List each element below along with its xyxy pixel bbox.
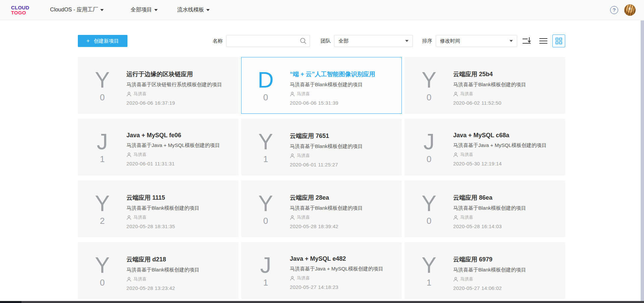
app-header: CLOUD TOGO CloudOS - 应用工厂 全部项目 流水线模板 ?	[0, 0, 644, 20]
nav-app-factory-label: CloudOS - 应用工厂	[50, 6, 98, 13]
project-card-body: 云端应用 86ea 马洪喜基于Blank模板创建的项目 马洪喜 2020-05-…	[453, 181, 526, 237]
project-initial-block: D 0	[241, 57, 290, 113]
project-card-body: Java + MySQL fe06 马洪喜基于Java + MySQL模板创建的…	[126, 119, 220, 175]
project-description: 马洪喜基于Java + MySQL模板创建的项目	[126, 142, 220, 149]
project-owner-name: 马洪喜	[460, 91, 473, 97]
project-title[interactable]: “端 + 云”人工智能图像识别应用	[290, 70, 375, 78]
project-initial-letter: D	[258, 69, 274, 91]
project-title[interactable]: 云端应用 1115	[126, 194, 200, 202]
sort-label: 排序	[422, 38, 432, 44]
project-grid: Y 0 运行于边缘的区块链应用 马洪喜基于区块链银行系统模板创建的项目 马洪喜 …	[78, 57, 565, 299]
list-view-icon[interactable]	[539, 38, 547, 44]
project-card[interactable]: J 1 Java + MySQL e482 马洪喜基于Java + MySQL模…	[241, 242, 402, 299]
project-card[interactable]: Y 1 云端应用 6979 马洪喜基于Blank模板创建的项目 马洪喜 2020…	[405, 242, 565, 299]
project-owner-row: 马洪喜	[290, 275, 383, 281]
plus-icon: +	[87, 38, 90, 44]
create-project-button[interactable]: + 创建新项目	[78, 35, 127, 47]
logo-line1: CLOUD	[11, 5, 29, 10]
chevron-down-icon	[100, 9, 104, 11]
person-icon	[126, 277, 131, 282]
team-filter-group: 团队 全部	[321, 35, 413, 47]
project-initial-letter: J	[97, 131, 108, 153]
name-filter-group: 名称	[213, 35, 310, 47]
team-select[interactable]: 全部	[334, 35, 413, 47]
project-initial-letter: Y	[422, 192, 436, 214]
project-owner-name: 马洪喜	[460, 152, 473, 158]
project-title[interactable]: 云端应用 7651	[290, 132, 363, 140]
cloudtogo-logo: CLOUD TOGO	[11, 5, 29, 15]
project-card[interactable]: Y 0 云端应用 d218 马洪喜基于Blank模板创建的项目 马洪喜 2020…	[78, 242, 238, 299]
search-icon[interactable]	[300, 37, 307, 46]
project-card[interactable]: Y 2 云端应用 1115 马洪喜基于Blank模板创建的项目 马洪喜 2020…	[78, 181, 238, 237]
person-icon	[453, 92, 458, 97]
chevron-down-icon	[206, 9, 210, 11]
project-title[interactable]: Java + MySQL e482	[290, 255, 383, 262]
project-owner-row: 马洪喜	[453, 91, 526, 97]
chevron-down-icon	[154, 9, 158, 11]
help-icon[interactable]: ?	[610, 6, 618, 14]
project-card[interactable]: Y 1 云端应用 7651 马洪喜基于Blank模板创建的项目 马洪喜 2020…	[241, 119, 402, 175]
project-modified-date: 2020-06-06 15:31:39	[290, 100, 375, 106]
project-card[interactable]: Y 0 云端应用 25b4 马洪喜基于Blank模板创建的项目 马洪喜 2020…	[405, 57, 565, 114]
project-title[interactable]: Java + MySQL c68a	[453, 132, 547, 139]
project-description: 马洪喜基于Blank模板创建的项目	[290, 143, 363, 150]
project-modified-date: 2020-05-27 14:06:02	[453, 285, 526, 291]
project-card[interactable]: J 0 Java + MySQL c68a 马洪喜基于Java + MySQL模…	[405, 119, 565, 175]
project-card[interactable]: J 1 Java + MySQL fe06 马洪喜基于Java + MySQL模…	[78, 119, 238, 175]
nav-all-projects[interactable]: 全部项目	[130, 6, 158, 13]
project-owner-name: 马洪喜	[297, 91, 310, 97]
project-title[interactable]: 云端应用 28ea	[290, 194, 363, 202]
project-description: 马洪喜基于Blank模板创建的项目	[453, 82, 526, 88]
project-initial-block: J 1	[241, 243, 290, 299]
project-count: 1	[263, 154, 268, 164]
nav-pipeline-templates-label: 流水线模板	[177, 6, 204, 13]
project-owner-row: 马洪喜	[126, 276, 200, 282]
project-title[interactable]: 运行于边缘的区块链应用	[126, 70, 222, 78]
project-card-body: Java + MySQL e482 马洪喜基于Java + MySQL模板创建的…	[290, 243, 383, 299]
project-title[interactable]: 云端应用 86ea	[453, 194, 526, 202]
project-card[interactable]: D 0 “端 + 云”人工智能图像识别应用 马洪喜基于Blank模板创建的项目 …	[241, 57, 402, 114]
project-owner-name: 马洪喜	[133, 91, 147, 97]
project-description: 马洪喜基于Blank模板创建的项目	[453, 267, 526, 273]
nav-app-factory[interactable]: CloudOS - 应用工厂	[50, 6, 104, 13]
user-avatar[interactable]	[624, 4, 636, 16]
project-initial-block: J 1	[78, 119, 126, 175]
grid-view-icon[interactable]	[552, 35, 565, 47]
project-card[interactable]: Y 0 云端应用 28ea 马洪喜基于Blank模板创建的项目 马洪喜 2020…	[241, 181, 402, 237]
project-owner-row: 马洪喜	[126, 214, 200, 220]
project-title[interactable]: 云端应用 25b4	[453, 70, 526, 78]
vertical-scrollbar[interactable]	[641, 20, 644, 301]
project-title[interactable]: 云端应用 6979	[453, 255, 526, 263]
bottom-window-edge	[0, 301, 644, 303]
project-modified-date: 2020-05-28 18:31:35	[126, 223, 200, 229]
sort-select[interactable]: 修改时间	[436, 35, 517, 47]
project-count: 0	[427, 154, 431, 164]
project-title[interactable]: 云端应用 d218	[126, 255, 200, 263]
project-count: 1	[427, 277, 431, 288]
project-description: 马洪喜基于Java + MySQL模板创建的项目	[453, 142, 547, 149]
project-card-body: 运行于边缘的区块链应用 马洪喜基于区块链银行系统模板创建的项目 马洪喜 2020…	[126, 57, 222, 113]
project-owner-name: 马洪喜	[297, 153, 310, 159]
project-title[interactable]: Java + MySQL fe06	[126, 132, 220, 139]
project-initial-letter: Y	[422, 254, 436, 276]
project-owner-row: 马洪喜	[290, 91, 375, 97]
project-description: 马洪喜基于Blank模板创建的项目	[290, 205, 363, 211]
search-input[interactable]	[226, 35, 310, 47]
project-owner-name: 马洪喜	[133, 276, 147, 282]
project-initial-block: J 0	[405, 119, 453, 175]
project-count: 0	[427, 216, 431, 226]
sort-direction-icon[interactable]	[522, 37, 531, 45]
project-initial-block: Y 0	[78, 57, 126, 113]
person-icon	[290, 92, 295, 97]
project-modified-date: 2020-05-28 18:39:42	[290, 223, 363, 229]
project-description: 马洪喜基于Blank模板创建的项目	[290, 82, 375, 88]
project-card[interactable]: Y 0 运行于边缘的区块链应用 马洪喜基于区块链银行系统模板创建的项目 马洪喜 …	[78, 57, 238, 114]
project-card[interactable]: Y 0 云端应用 86ea 马洪喜基于Blank模板创建的项目 马洪喜 2020…	[405, 181, 565, 237]
project-card-body: 云端应用 1115 马洪喜基于Blank模板创建的项目 马洪喜 2020-05-…	[126, 181, 200, 237]
project-owner-row: 马洪喜	[453, 214, 526, 220]
project-initial-letter: Y	[95, 69, 110, 91]
nav-pipeline-templates[interactable]: 流水线模板	[177, 6, 210, 13]
project-count: 0	[263, 92, 268, 103]
project-owner-row: 马洪喜	[453, 152, 547, 158]
person-icon	[453, 277, 458, 282]
